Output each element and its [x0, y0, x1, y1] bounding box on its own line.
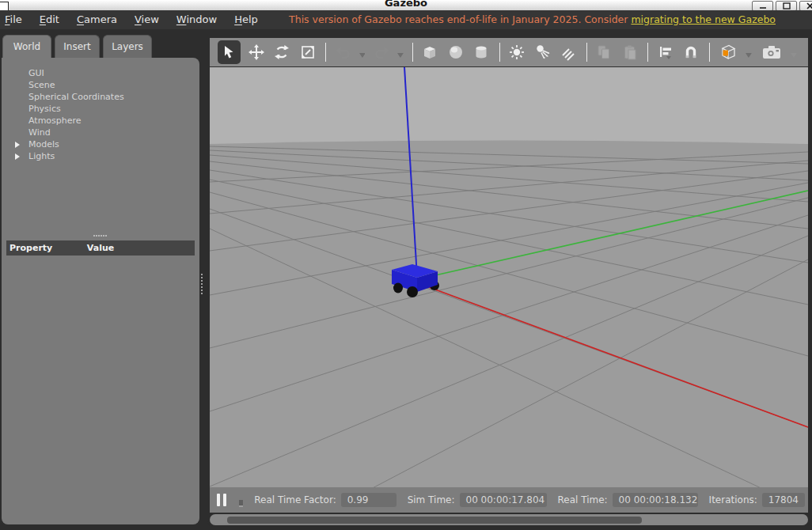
property-table-header: Property Value: [6, 240, 195, 256]
world-tree-panel: GUI Scene Spherical Coordinates Physics …: [2, 58, 199, 524]
menu-file[interactable]: File: [0, 10, 31, 29]
menu-bar: File Edit Camera View Window Help This v…: [0, 10, 812, 29]
eol-warning: This version of Gazebo reaches end-of-li…: [289, 10, 776, 29]
real-time-value: 00 00:00:18.132: [613, 493, 698, 507]
copy-icon: [595, 44, 613, 61]
render-toolbar: [210, 38, 808, 66]
panel-splitter-handle[interactable]: [93, 235, 107, 237]
redo-icon: [373, 44, 390, 61]
render-column: Real Time Factor: 0.99 Sim Time: 00 00:0…: [207, 35, 810, 527]
tree-item-lights[interactable]: Lights: [2, 150, 199, 162]
horizontal-scrollbar[interactable]: [210, 514, 808, 525]
align-button[interactable]: [655, 42, 675, 62]
close-icon: [806, 2, 812, 9]
close-button[interactable]: [799, 1, 812, 10]
title-bar: Gazebo: [0, 0, 812, 10]
expand-arrow-icon[interactable]: [15, 142, 20, 148]
minimize-button[interactable]: [752, 1, 773, 10]
expand-arrow-icon[interactable]: [15, 153, 20, 160]
translate-tool-button[interactable]: [246, 42, 266, 62]
left-splitter-handle[interactable]: [201, 274, 203, 294]
align-icon: [657, 44, 674, 61]
eol-migrate-link[interactable]: migrating to the new Gazebo: [631, 13, 776, 25]
view-angle-button[interactable]: [717, 42, 740, 62]
snap-button[interactable]: [681, 42, 701, 62]
tab-layers[interactable]: Layers: [103, 35, 152, 58]
redo-button[interactable]: [371, 42, 391, 62]
tab-insert[interactable]: Insert: [55, 35, 100, 58]
toolbar-separator: [709, 43, 710, 62]
cylinder-icon: [472, 44, 490, 61]
sim-time-value: 00 00:00:17.804: [460, 493, 547, 507]
minimize-icon: [759, 3, 767, 9]
directional-light-icon: [560, 44, 577, 61]
add-box-button[interactable]: [420, 42, 440, 62]
tree-item-physics[interactable]: Physics: [2, 103, 199, 115]
add-cylinder-button[interactable]: [471, 42, 491, 62]
paste-button[interactable]: [620, 42, 639, 62]
world-panel: World Insert Layers GUI Scene Spherical …: [2, 35, 199, 524]
viewport-3d[interactable]: [210, 67, 808, 487]
menu-view[interactable]: View: [126, 10, 168, 29]
screenshot-button[interactable]: [758, 42, 785, 62]
spot-light-icon: [534, 44, 552, 61]
undo-history-dropdown[interactable]: [359, 53, 366, 58]
menu-window[interactable]: Window: [168, 10, 226, 29]
spot-light-button[interactable]: [533, 42, 552, 62]
maximize-button[interactable]: [776, 1, 797, 10]
tree-item-models[interactable]: Models: [2, 138, 199, 150]
more-options-dropdown[interactable]: [791, 53, 797, 58]
sim-time-label: Sim Time:: [408, 494, 455, 505]
toolbar-separator: [412, 43, 413, 62]
menu-edit[interactable]: Edit: [31, 10, 68, 29]
rotate-tool-button[interactable]: [272, 42, 292, 62]
redo-history-dropdown[interactable]: [397, 53, 404, 58]
maximize-icon: [783, 2, 791, 9]
select-arrow-icon: [221, 44, 238, 61]
paste-icon: [621, 44, 639, 61]
tree-item-atmosphere[interactable]: Atmosphere: [2, 115, 199, 127]
tree-item-scene[interactable]: Scene: [2, 79, 199, 91]
scale-tool-button[interactable]: [298, 42, 317, 62]
undo-icon: [335, 44, 352, 61]
gazebo-window: Gazebo File Edit Camera View Window Help…: [0, 0, 812, 530]
simulation-status-bar: Real Time Factor: 0.99 Sim Time: 00 00:0…: [210, 487, 808, 513]
view-angle-dropdown[interactable]: [746, 53, 752, 58]
toolbar-separator: [586, 43, 587, 62]
tree-item-spherical-coordinates[interactable]: Spherical Coordinates: [2, 91, 199, 103]
undo-button[interactable]: [333, 42, 353, 62]
directional-light-button[interactable]: [558, 42, 578, 62]
pause-icon: [223, 494, 226, 506]
real-time-label: Real Time:: [558, 494, 608, 505]
tree-item-wind[interactable]: Wind: [2, 127, 199, 138]
pause-button[interactable]: [217, 494, 226, 506]
menu-camera[interactable]: Camera: [68, 10, 126, 29]
point-light-button[interactable]: [507, 42, 527, 62]
box-icon: [421, 44, 438, 61]
scrollbar-thumb[interactable]: [227, 517, 642, 524]
window-title: Gazebo: [0, 0, 812, 9]
translate-icon: [248, 44, 265, 61]
snap-magnet-icon: [682, 44, 700, 61]
iterations-value: 17804: [762, 493, 805, 507]
sphere-icon: [447, 44, 465, 61]
step-button[interactable]: [239, 500, 243, 507]
select-tool-button[interactable]: [218, 40, 241, 64]
copy-button[interactable]: [594, 42, 614, 62]
real-time-factor-value: 0.99: [341, 493, 397, 507]
iterations-label: Iterations:: [709, 494, 757, 505]
tab-world[interactable]: World: [2, 35, 51, 58]
camera-icon: [761, 44, 783, 61]
rotate-icon: [273, 44, 290, 61]
property-column-header: Property: [6, 240, 84, 256]
tree-item-gui[interactable]: GUI: [2, 67, 199, 79]
menu-help[interactable]: Help: [226, 10, 267, 29]
value-column-header: Value: [87, 243, 114, 253]
panel-tabs: World Insert Layers: [2, 35, 152, 58]
toolbar-separator: [499, 43, 500, 62]
scale-icon: [299, 44, 317, 61]
toolbar-separator: [647, 43, 648, 62]
view-angle-cube-icon: [718, 43, 738, 62]
eol-warning-text: This version of Gazebo reaches end-of-li…: [289, 13, 631, 25]
add-sphere-button[interactable]: [446, 42, 465, 62]
